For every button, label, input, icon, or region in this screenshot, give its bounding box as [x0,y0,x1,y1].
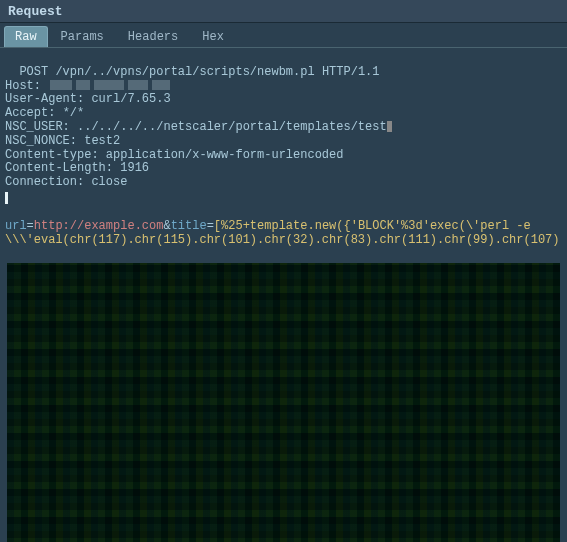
header-nsc-user: NSC_USER: ../../../../netscaler/portal/t… [5,120,392,134]
cursor-icon [387,121,392,132]
request-line: POST /vpn/../vpns/portal/scripts/newbm.p… [19,65,379,79]
body-line-1: url=http://example.com&title=[%25+templa… [5,220,562,248]
tab-headers[interactable]: Headers [117,26,189,47]
header-nsc-nonce: NSC_NONCE: test2 [5,134,120,148]
tab-hex[interactable]: Hex [191,26,235,47]
tab-params[interactable]: Params [50,26,115,47]
header-accept: Accept: */* [5,106,84,120]
header-content-length: Content-Length: 1916 [5,161,149,175]
body-separator [5,192,562,206]
tab-raw[interactable]: Raw [4,26,48,47]
panel-title: Request [0,0,567,23]
caret-icon [5,192,8,204]
header-connection: Connection: close [5,175,127,189]
obscured-payload-region [7,263,560,542]
tabs-bar: Raw Params Headers Hex [0,23,567,48]
header-user-agent: User-Agent: curl/7.65.3 [5,92,171,106]
header-content-type: Content-type: application/x-www-form-url… [5,148,343,162]
header-host: Host: [5,79,172,93]
request-raw-view[interactable]: POST /vpn/../vpns/portal/scripts/newbm.p… [0,48,567,542]
